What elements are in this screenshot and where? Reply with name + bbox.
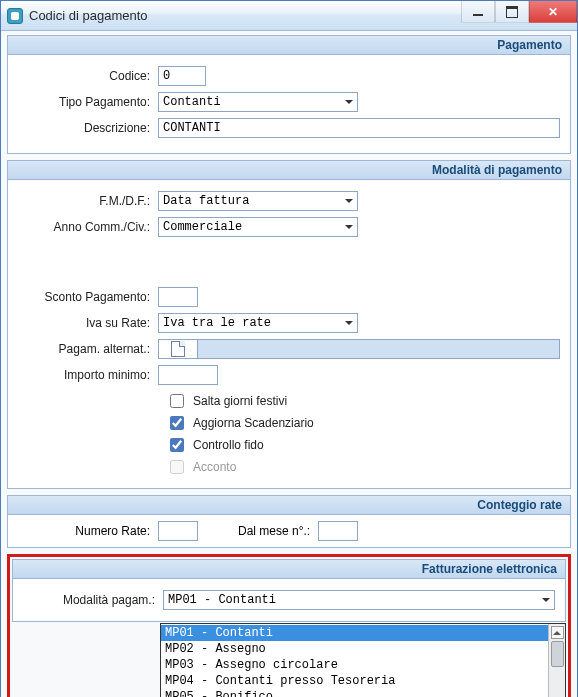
modalita-pagam-label: Modalità pagam.:: [23, 593, 163, 607]
group-fatturazione: Fatturazione elettronica Modalità pagam.…: [12, 559, 566, 622]
acconto-label: Acconto: [193, 460, 236, 474]
importo-minimo-label: Importo minimo:: [18, 368, 158, 382]
group-header-conteggio: Conteggio rate: [8, 496, 570, 515]
aggiorna-scadenziario-label: Aggiorna Scadenziario: [193, 416, 314, 430]
dropdown-option[interactable]: MP03 - Assegno circolare: [161, 657, 548, 673]
dropdown-option[interactable]: MP04 - Contanti presso Tesoreria: [161, 673, 548, 689]
pagam-alternat-display: [198, 339, 560, 359]
group-conteggio: Conteggio rate Numero Rate: Dal mese n°.…: [7, 495, 571, 548]
numero-rate-label: Numero Rate:: [18, 524, 158, 538]
app-icon: [7, 8, 23, 24]
codice-label: Codice:: [18, 69, 158, 83]
descrizione-input[interactable]: [158, 118, 560, 138]
fmdf-label: F.M./D.F.:: [18, 194, 158, 208]
tipo-pagamento-combo[interactable]: Contanti: [158, 92, 358, 112]
iva-rate-combo[interactable]: Iva tra le rate: [158, 313, 358, 333]
codice-input[interactable]: [158, 66, 206, 86]
aggiorna-scadenziario-checkbox[interactable]: [170, 416, 184, 430]
dal-mese-input[interactable]: [318, 521, 358, 541]
importo-minimo-input[interactable]: [158, 365, 218, 385]
dropdown-option[interactable]: MP01 - Contanti: [161, 625, 548, 641]
client-area: Pagamento Codice: Tipo Pagamento: Contan…: [1, 31, 577, 697]
tipo-pagamento-label: Tipo Pagamento:: [18, 95, 158, 109]
window-title: Codici di pagamento: [29, 8, 461, 23]
highlight-fatturazione: Fatturazione elettronica Modalità pagam.…: [7, 554, 571, 697]
group-header-fatturazione: Fatturazione elettronica: [13, 560, 565, 579]
salta-festivi-checkbox[interactable]: [170, 394, 184, 408]
anno-label: Anno Comm./Civ.:: [18, 220, 158, 234]
anno-combo[interactable]: Commerciale: [158, 217, 358, 237]
window-frame: Codici di pagamento Pagamento Codice: Ti…: [0, 0, 578, 697]
dropdown-list: MP01 - Contanti MP02 - Assegno MP03 - As…: [161, 624, 548, 697]
controllo-fido-checkbox[interactable]: [170, 438, 184, 452]
group-header-modalita: Modalità di pagamento: [8, 161, 570, 180]
dropdown-option[interactable]: MP05 - Bonifico: [161, 689, 548, 697]
modalita-pagam-dropdown[interactable]: MP01 - Contanti MP02 - Assegno MP03 - As…: [160, 623, 566, 697]
acconto-checkbox: [170, 460, 184, 474]
pagam-alternat-label: Pagam. alternat.:: [18, 342, 158, 356]
modalita-pagam-combo[interactable]: MP01 - Contanti: [163, 590, 555, 610]
scroll-thumb[interactable]: [551, 641, 564, 667]
iva-rate-label: Iva su Rate:: [18, 316, 158, 330]
sconto-label: Sconto Pagamento:: [18, 290, 158, 304]
titlebar[interactable]: Codici di pagamento: [1, 1, 577, 31]
maximize-button[interactable]: [495, 1, 529, 23]
numero-rate-input[interactable]: [158, 521, 198, 541]
minimize-button[interactable]: [461, 1, 495, 23]
controllo-fido-label: Controllo fido: [193, 438, 264, 452]
group-pagamento: Pagamento Codice: Tipo Pagamento: Contan…: [7, 35, 571, 154]
dropdown-scrollbar[interactable]: [548, 624, 565, 697]
sconto-input[interactable]: [158, 287, 198, 307]
dropdown-option[interactable]: MP02 - Assegno: [161, 641, 548, 657]
fmdf-combo[interactable]: Data fattura: [158, 191, 358, 211]
salta-festivi-label: Salta giorni festivi: [193, 394, 287, 408]
pagam-alternat-lookup[interactable]: [158, 339, 198, 359]
descrizione-label: Descrizione:: [18, 121, 158, 135]
lookup-icon: [171, 341, 185, 357]
group-header-pagamento: Pagamento: [8, 36, 570, 55]
dal-mese-label: Dal mese n°.:: [198, 524, 318, 538]
scroll-up-icon[interactable]: [551, 626, 564, 639]
close-button[interactable]: [529, 1, 577, 23]
group-modalita: Modalità di pagamento F.M./D.F.: Data fa…: [7, 160, 571, 489]
